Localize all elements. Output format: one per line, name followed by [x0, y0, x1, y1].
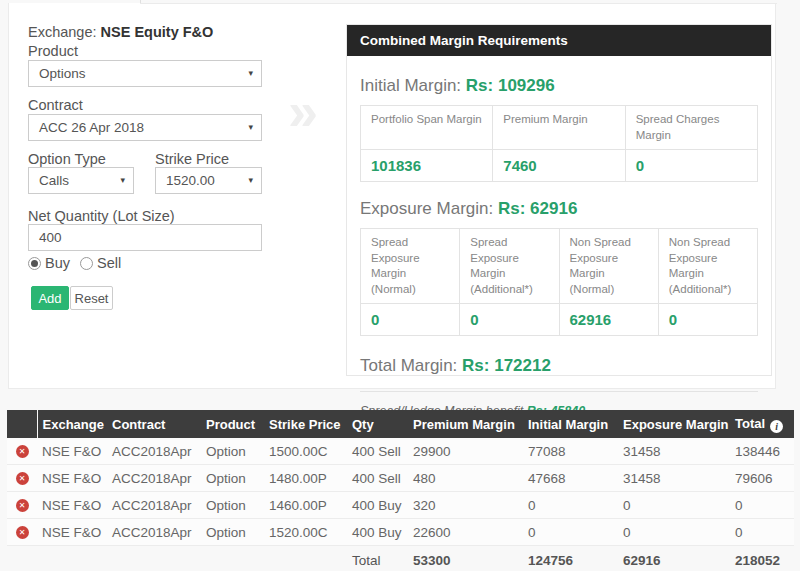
delete-cell: ✕ [7, 438, 37, 465]
table-cell: ACC2018Apr [107, 438, 201, 465]
table-cell [201, 546, 264, 571]
delete-row-button[interactable]: ✕ [16, 472, 29, 485]
table-cell: 22600 [408, 519, 523, 546]
table-cell: 1480.00P [264, 465, 347, 492]
table-cell: 0 [618, 492, 730, 519]
option-type-selected-value: Calls [39, 173, 69, 188]
chevron-down-icon: ▾ [248, 175, 253, 185]
sell-radio-label: Sell [97, 255, 121, 271]
table-row: ✕NSE F&OACC2018AprOption1460.00P400 Buy3… [7, 492, 794, 519]
total-exposure-margin: 62916 [618, 546, 730, 571]
table-cell: 400 Sell [347, 438, 408, 465]
table-cell: Option [201, 465, 264, 492]
delete-column-header [7, 410, 37, 438]
total-premium-margin: 53300 [408, 546, 523, 571]
contract-selected-value: ACC 26 Apr 2018 [39, 120, 144, 135]
info-icon[interactable]: i [770, 420, 783, 433]
breakdown-column-value: 0 [625, 150, 757, 182]
breakdown-column-value: 0 [361, 304, 460, 336]
table-cell: 79606 [730, 465, 794, 492]
positions-table: ExchangeContractProductStrike PriceQtyPr… [7, 410, 794, 571]
delete-cell [7, 546, 37, 571]
table-total-row: Total5330012475662916218052 [7, 546, 794, 571]
exposure-margin-value: Rs: 62916 [498, 199, 577, 218]
card-title: Combined Margin Requirements [347, 25, 771, 56]
breakdown-column-label: Non Spread Exposure Margin (Normal) [559, 229, 658, 304]
initial-margin-heading: Initial Margin: Rs: 109296 [360, 76, 758, 96]
column-header: Strike Price [264, 410, 347, 438]
table-cell [264, 546, 347, 571]
table-row: ✕NSE F&OACC2018AprOption1520.00C400 Buy2… [7, 519, 794, 546]
table-cell: Option [201, 519, 264, 546]
column-header: Contract [107, 410, 201, 438]
positions-table-header-row: ExchangeContractProductStrike PriceQtyPr… [7, 410, 794, 438]
delete-row-button[interactable]: ✕ [16, 445, 29, 458]
table-cell: 400 Buy [347, 519, 408, 546]
exchange-value: NSE Equity F&O [101, 24, 214, 40]
table-cell: ACC2018Apr [107, 519, 201, 546]
table-cell: 0 [730, 492, 794, 519]
quantity-label: Net Quantity (Lot Size) [28, 208, 175, 224]
column-header: Exposure Margin [618, 410, 730, 438]
table-cell: 1500.00C [264, 438, 347, 465]
margin-calculator-page: Exchange: NSE Equity F&O Product Options… [0, 0, 800, 571]
contract-select[interactable]: ACC 26 Apr 2018 ▾ [28, 114, 262, 141]
breakdown-column-label: Premium Margin [493, 106, 625, 150]
breakdown-column-value: 7460 [493, 150, 625, 182]
table-cell: 138446 [730, 438, 794, 465]
reset-button[interactable]: Reset [70, 286, 113, 310]
table-cell: 480 [408, 465, 523, 492]
table-cell: NSE F&O [37, 465, 107, 492]
exposure-margin-breakdown-table: Spread Exposure Margin (Normal)Spread Ex… [360, 228, 758, 336]
total-margin-value: Rs: 172212 [462, 356, 551, 375]
table-cell: 77088 [523, 438, 618, 465]
delete-row-button[interactable]: ✕ [16, 499, 29, 512]
total-initial-margin: 124756 [523, 546, 618, 571]
product-selected-value: Options [39, 66, 86, 81]
product-select[interactable]: Options ▾ [28, 60, 262, 87]
exchange-label: Exchange: [28, 24, 97, 40]
table-cell: 400 Sell [347, 465, 408, 492]
table-cell: ACC2018Apr [107, 465, 201, 492]
total-margin-heading: Total Margin: Rs: 172212 [360, 356, 758, 376]
table-cell: ACC2018Apr [107, 492, 201, 519]
breakdown-value-row: 10183674600 [361, 150, 758, 182]
option-type-label: Option Type [28, 151, 106, 167]
delete-row-button[interactable]: ✕ [16, 526, 29, 539]
table-cell: NSE F&O [37, 492, 107, 519]
strike-selected-value: 1520.00 [166, 173, 215, 188]
total-margin-label: Total Margin: [360, 356, 457, 375]
quantity-value: 400 [39, 230, 62, 245]
buy-radio-label: Buy [45, 255, 70, 271]
sell-radio[interactable] [80, 257, 93, 270]
breakdown-column-value: 0 [658, 304, 757, 336]
column-header: Initial Margin [523, 410, 618, 438]
exchange-line: Exchange: NSE Equity F&O [28, 24, 213, 40]
table-cell: 0 [523, 492, 618, 519]
column-header: Product [201, 410, 264, 438]
column-header: Premium Margin [408, 410, 523, 438]
table-cell [107, 546, 201, 571]
table-cell: 320 [408, 492, 523, 519]
chevron-down-icon: ▾ [248, 68, 253, 78]
table-cell: 47668 [523, 465, 618, 492]
double-chevron-icon: » [288, 84, 318, 138]
chevron-down-icon: ▾ [248, 122, 253, 132]
column-header: Totali [730, 410, 794, 438]
option-type-select[interactable]: Calls ▾ [28, 167, 134, 194]
buy-sell-radio-group: Buy Sell [28, 255, 121, 271]
add-button[interactable]: Add [31, 286, 69, 310]
breakdown-column-label: Spread Exposure Margin (Additional*) [460, 229, 559, 304]
quantity-input[interactable]: 400 [28, 224, 262, 251]
breakdown-column-label: Spread Charges Margin [625, 106, 757, 150]
table-row: ✕NSE F&OACC2018AprOption1480.00P400 Sell… [7, 465, 794, 492]
contract-label: Contract [28, 97, 83, 113]
table-cell: 0 [523, 519, 618, 546]
buy-radio[interactable] [28, 257, 41, 270]
breakdown-value-row: 00629160 [361, 304, 758, 336]
table-cell: Option [201, 492, 264, 519]
strike-price-select[interactable]: 1520.00 ▾ [155, 167, 262, 194]
table-cell: Option [201, 438, 264, 465]
initial-margin-value: Rs: 109296 [466, 76, 555, 95]
breakdown-header-row: Portfolio Span MarginPremium MarginSprea… [361, 106, 758, 150]
